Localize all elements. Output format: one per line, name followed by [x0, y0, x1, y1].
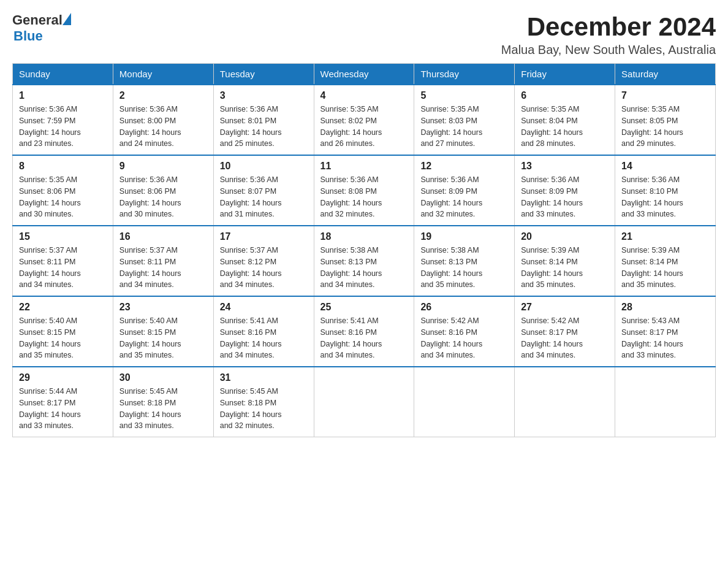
day-number: 19 — [420, 231, 508, 242]
day-number: 9 — [119, 161, 207, 172]
calendar-cell: 24Sunrise: 5:41 AM Sunset: 8:16 PM Dayli… — [213, 296, 314, 367]
weekday-header-wednesday: Wednesday — [314, 64, 414, 85]
week-row-3: 15Sunrise: 5:37 AM Sunset: 8:11 PM Dayli… — [13, 226, 716, 296]
day-number: 12 — [420, 161, 508, 172]
day-number: 2 — [119, 90, 207, 101]
weekday-header-thursday: Thursday — [414, 64, 515, 85]
weekday-header-sunday: Sunday — [13, 64, 113, 85]
calendar-cell: 21Sunrise: 5:39 AM Sunset: 8:14 PM Dayli… — [615, 226, 716, 296]
logo: General Blue — [12, 12, 71, 44]
day-number: 8 — [19, 161, 107, 172]
calendar-cell: 28Sunrise: 5:43 AM Sunset: 8:17 PM Dayli… — [615, 296, 716, 367]
location-subtitle: Malua Bay, New South Wales, Australia — [501, 43, 716, 57]
day-info: Sunrise: 5:37 AM Sunset: 8:11 PM Dayligh… — [119, 245, 207, 291]
calendar-cell: 4Sunrise: 5:35 AM Sunset: 8:02 PM Daylig… — [314, 85, 414, 155]
day-number: 17 — [220, 231, 308, 242]
day-info: Sunrise: 5:36 AM Sunset: 8:08 PM Dayligh… — [320, 174, 408, 220]
weekday-header-saturday: Saturday — [615, 64, 716, 85]
calendar-table: SundayMondayTuesdayWednesdayThursdayFrid… — [12, 63, 716, 437]
day-info: Sunrise: 5:39 AM Sunset: 8:14 PM Dayligh… — [521, 245, 609, 291]
day-number: 27 — [521, 302, 609, 313]
day-number: 21 — [621, 231, 709, 242]
day-info: Sunrise: 5:36 AM Sunset: 8:09 PM Dayligh… — [521, 174, 609, 220]
week-row-4: 22Sunrise: 5:40 AM Sunset: 8:15 PM Dayli… — [13, 296, 716, 367]
calendar-cell: 7Sunrise: 5:35 AM Sunset: 8:05 PM Daylig… — [615, 85, 716, 155]
calendar-cell: 1Sunrise: 5:36 AM Sunset: 7:59 PM Daylig… — [13, 85, 113, 155]
calendar-cell: 6Sunrise: 5:35 AM Sunset: 8:04 PM Daylig… — [515, 85, 615, 155]
weekday-header-tuesday: Tuesday — [213, 64, 314, 85]
day-info: Sunrise: 5:36 AM Sunset: 8:07 PM Dayligh… — [220, 174, 308, 220]
page-header: General Blue December 2024 Malua Bay, Ne… — [12, 12, 716, 57]
day-info: Sunrise: 5:44 AM Sunset: 8:17 PM Dayligh… — [19, 386, 107, 432]
title-section: December 2024 Malua Bay, New South Wales… — [501, 12, 716, 57]
day-number: 30 — [119, 372, 207, 383]
weekday-header-row: SundayMondayTuesdayWednesdayThursdayFrid… — [13, 64, 716, 85]
day-info: Sunrise: 5:45 AM Sunset: 8:18 PM Dayligh… — [220, 386, 308, 432]
day-number: 26 — [420, 302, 508, 313]
calendar-cell: 22Sunrise: 5:40 AM Sunset: 8:15 PM Dayli… — [13, 296, 113, 367]
calendar-cell: 8Sunrise: 5:35 AM Sunset: 8:06 PM Daylig… — [13, 155, 113, 226]
day-number: 24 — [220, 302, 308, 313]
calendar-cell — [615, 367, 716, 437]
week-row-2: 8Sunrise: 5:35 AM Sunset: 8:06 PM Daylig… — [13, 155, 716, 226]
day-info: Sunrise: 5:36 AM Sunset: 8:06 PM Dayligh… — [119, 174, 207, 220]
day-info: Sunrise: 5:38 AM Sunset: 8:13 PM Dayligh… — [320, 245, 408, 291]
day-info: Sunrise: 5:35 AM Sunset: 8:02 PM Dayligh… — [320, 104, 408, 150]
day-number: 15 — [19, 231, 107, 242]
day-number: 28 — [621, 302, 709, 313]
day-info: Sunrise: 5:35 AM Sunset: 8:06 PM Dayligh… — [19, 174, 107, 220]
calendar-cell: 2Sunrise: 5:36 AM Sunset: 8:00 PM Daylig… — [113, 85, 213, 155]
day-info: Sunrise: 5:41 AM Sunset: 8:16 PM Dayligh… — [320, 315, 408, 361]
calendar-cell: 16Sunrise: 5:37 AM Sunset: 8:11 PM Dayli… — [113, 226, 213, 296]
calendar-cell: 27Sunrise: 5:42 AM Sunset: 8:17 PM Dayli… — [515, 296, 615, 367]
day-number: 31 — [220, 372, 308, 383]
day-info: Sunrise: 5:37 AM Sunset: 8:11 PM Dayligh… — [19, 245, 107, 291]
calendar-cell — [414, 367, 515, 437]
calendar-cell: 14Sunrise: 5:36 AM Sunset: 8:10 PM Dayli… — [615, 155, 716, 226]
calendar-cell: 5Sunrise: 5:35 AM Sunset: 8:03 PM Daylig… — [414, 85, 515, 155]
calendar-cell: 18Sunrise: 5:38 AM Sunset: 8:13 PM Dayli… — [314, 226, 414, 296]
calendar-cell: 20Sunrise: 5:39 AM Sunset: 8:14 PM Dayli… — [515, 226, 615, 296]
calendar-cell: 30Sunrise: 5:45 AM Sunset: 8:18 PM Dayli… — [113, 367, 213, 437]
calendar-cell: 19Sunrise: 5:38 AM Sunset: 8:13 PM Dayli… — [414, 226, 515, 296]
day-info: Sunrise: 5:36 AM Sunset: 8:01 PM Dayligh… — [220, 104, 308, 150]
calendar-cell: 25Sunrise: 5:41 AM Sunset: 8:16 PM Dayli… — [314, 296, 414, 367]
day-number: 3 — [220, 90, 308, 101]
day-info: Sunrise: 5:39 AM Sunset: 8:14 PM Dayligh… — [621, 245, 709, 291]
day-info: Sunrise: 5:35 AM Sunset: 8:05 PM Dayligh… — [621, 104, 709, 150]
calendar-cell: 17Sunrise: 5:37 AM Sunset: 8:12 PM Dayli… — [213, 226, 314, 296]
day-info: Sunrise: 5:36 AM Sunset: 7:59 PM Dayligh… — [19, 104, 107, 150]
day-info: Sunrise: 5:35 AM Sunset: 8:03 PM Dayligh… — [420, 104, 508, 150]
calendar-cell — [314, 367, 414, 437]
calendar-cell — [515, 367, 615, 437]
day-info: Sunrise: 5:38 AM Sunset: 8:13 PM Dayligh… — [420, 245, 508, 291]
day-info: Sunrise: 5:40 AM Sunset: 8:15 PM Dayligh… — [19, 315, 107, 361]
calendar-cell: 9Sunrise: 5:36 AM Sunset: 8:06 PM Daylig… — [113, 155, 213, 226]
day-number: 22 — [19, 302, 107, 313]
calendar-cell: 29Sunrise: 5:44 AM Sunset: 8:17 PM Dayli… — [13, 367, 113, 437]
day-number: 23 — [119, 302, 207, 313]
weekday-header-friday: Friday — [515, 64, 615, 85]
day-info: Sunrise: 5:35 AM Sunset: 8:04 PM Dayligh… — [521, 104, 609, 150]
logo-blue-text: Blue — [13, 28, 43, 44]
calendar-cell: 13Sunrise: 5:36 AM Sunset: 8:09 PM Dayli… — [515, 155, 615, 226]
day-number: 5 — [420, 90, 508, 101]
day-number: 18 — [320, 231, 408, 242]
calendar-cell: 31Sunrise: 5:45 AM Sunset: 8:18 PM Dayli… — [213, 367, 314, 437]
calendar-cell: 12Sunrise: 5:36 AM Sunset: 8:09 PM Dayli… — [414, 155, 515, 226]
day-number: 4 — [320, 90, 408, 101]
day-number: 6 — [521, 90, 609, 101]
calendar-cell: 26Sunrise: 5:42 AM Sunset: 8:16 PM Dayli… — [414, 296, 515, 367]
day-info: Sunrise: 5:36 AM Sunset: 8:00 PM Dayligh… — [119, 104, 207, 150]
month-year-title: December 2024 — [501, 12, 716, 42]
day-number: 1 — [19, 90, 107, 101]
calendar-cell: 15Sunrise: 5:37 AM Sunset: 8:11 PM Dayli… — [13, 226, 113, 296]
calendar-cell: 11Sunrise: 5:36 AM Sunset: 8:08 PM Dayli… — [314, 155, 414, 226]
day-number: 7 — [621, 90, 709, 101]
day-number: 25 — [320, 302, 408, 313]
calendar-cell: 3Sunrise: 5:36 AM Sunset: 8:01 PM Daylig… — [213, 85, 314, 155]
day-number: 14 — [621, 161, 709, 172]
day-info: Sunrise: 5:45 AM Sunset: 8:18 PM Dayligh… — [119, 386, 207, 432]
weekday-header-monday: Monday — [113, 64, 213, 85]
logo-triangle-icon — [63, 13, 71, 25]
